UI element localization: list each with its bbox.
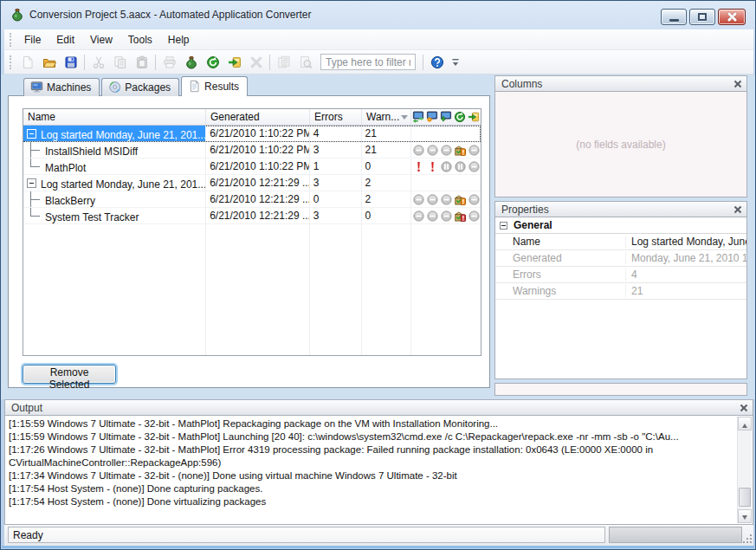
minus-circle-icon [467, 160, 481, 173]
resize-grip[interactable] [741, 533, 752, 543]
grid-row[interactable]: MathPlot6/21/2010 1:10:22 PM10 [23, 159, 481, 175]
scroll-thumb[interactable] [739, 488, 751, 507]
log-line: [1:17:26 Windows 7 Ultimate - 32-bit - M… [9, 443, 733, 469]
minus-circle-icon [439, 144, 453, 157]
column-header-name[interactable]: Name [23, 109, 206, 125]
menu-tools[interactable]: Tools [120, 30, 160, 49]
status-text: Ready [8, 527, 605, 543]
grid-row[interactable]: BlackBerry6/21/2010 12:21:29 ...02 [23, 191, 481, 208]
window-title: Conversion Project 5.aacx - Automated Ap… [29, 9, 312, 21]
errors-cell: 3 [309, 208, 361, 223]
property-value: 21 [625, 285, 746, 297]
output-panel: Output [1:15:59 Windows 7 Ultimate - 32-… [4, 399, 753, 525]
property-row-warnings[interactable]: Warnings21 [495, 283, 746, 300]
menu-view[interactable]: View [82, 30, 120, 49]
columns-close-icon[interactable] [732, 78, 743, 89]
collapse-icon[interactable] [500, 222, 507, 230]
header-label: Name [28, 111, 55, 123]
package-warn-icon [453, 144, 467, 157]
find-button [295, 53, 315, 72]
scroll-up-icon[interactable] [738, 417, 752, 430]
export-packages-button[interactable] [224, 53, 244, 72]
workspace: MachinesPackagesResults NameGeneratedErr… [1, 74, 756, 399]
property-label: Warnings [513, 285, 625, 297]
name-cell: MathPlot [23, 159, 205, 174]
scroll-down-icon[interactable] [738, 509, 752, 523]
row-name: BlackBerry [45, 193, 95, 207]
header-label: Errors [314, 111, 343, 123]
collapse-icon[interactable] [27, 178, 36, 188]
property-group-label: General [514, 219, 552, 231]
name-cell: Log started Monday, June 21, 201... [23, 126, 205, 141]
toolbar-separator [84, 55, 85, 70]
output-close-icon[interactable] [738, 402, 749, 413]
menu-help[interactable]: Help [160, 30, 197, 49]
grid-row[interactable]: Log started Monday, June 21, 201...6/21/… [23, 175, 481, 191]
toolbar-grip-icon[interactable] [10, 55, 11, 69]
column-header-export-icon[interactable] [467, 109, 481, 125]
window-controls [661, 9, 746, 25]
tab-packages[interactable]: Packages [101, 78, 179, 96]
column-header-monitor-install-icon[interactable] [425, 109, 439, 125]
warnings-cell: 21 [361, 126, 410, 141]
collapse-icon[interactable] [27, 129, 36, 139]
open-button[interactable] [39, 53, 59, 72]
filter-dropdown-icon[interactable] [401, 115, 408, 123]
package-warn-icon [453, 193, 467, 206]
property-group-general[interactable]: General [495, 217, 746, 234]
help-button[interactable] [427, 53, 447, 72]
titlebar[interactable]: Conversion Project 5.aacx - Automated Ap… [1, 1, 755, 29]
log-line: [1:17:54 Host System - (none)] Done capt… [9, 482, 733, 495]
restore-button[interactable] [689, 9, 715, 25]
property-row-errors[interactable]: Errors4 [495, 267, 746, 283]
progress-bar [609, 527, 742, 543]
header-label: Warn... [366, 111, 399, 123]
close-button[interactable] [718, 9, 746, 25]
property-label: Generated [513, 252, 625, 264]
column-header-errors[interactable]: Errors [310, 109, 362, 125]
menubar-grip-icon[interactable] [10, 33, 11, 47]
warnings-cell: 2 [361, 175, 410, 191]
grid-header: NameGeneratedErrorsWarn... [23, 109, 481, 126]
toolbar [4, 50, 753, 74]
run-conversion-button[interactable] [203, 53, 223, 72]
remove-selected-button[interactable]: Remove Selected [23, 365, 116, 384]
filter-input[interactable] [320, 54, 416, 70]
toolbar-overflow-icon[interactable] [449, 53, 462, 72]
name-cell: Log started Monday, June 21, 201... [23, 175, 205, 191]
tree-line [30, 166, 40, 167]
grid-row[interactable]: Log started Monday, June 21, 201...6/21/… [23, 126, 481, 142]
minus-circle-icon [425, 210, 439, 223]
minus-circle-icon [411, 210, 425, 223]
tree-line [30, 150, 40, 151]
output-scrollbar[interactable] [737, 417, 752, 523]
property-label: Errors [513, 269, 625, 281]
minimize-button[interactable] [661, 9, 687, 25]
property-row-generated[interactable]: GeneratedMonday, June 21, 2010 1:10 [495, 250, 746, 267]
property-value: Log started Monday, June [625, 236, 746, 248]
grid-row[interactable]: InstallShield MSIDiff6/21/2010 1:10:22 P… [23, 142, 481, 159]
grid-row[interactable]: System Test Tracker6/21/2010 12:21:29 ..… [23, 208, 481, 224]
status-icons-cell [410, 126, 481, 141]
generated-cell: 6/21/2010 12:21:29 ... [205, 175, 309, 191]
menu-file[interactable]: File [16, 30, 48, 49]
results-grid: NameGeneratedErrorsWarn... Log started M… [23, 108, 481, 356]
start-conversion-button[interactable] [181, 53, 201, 72]
properties-close-icon[interactable] [732, 204, 743, 215]
name-cell: InstallShield MSIDiff [23, 142, 205, 158]
column-header-refresh-icon[interactable] [453, 109, 467, 125]
restore-icon [698, 13, 707, 21]
output-log[interactable]: [1:15:59 Windows 7 Ultimate - 32-bit - M… [4, 416, 753, 525]
tab-machines[interactable]: Machines [23, 78, 100, 96]
save-button[interactable] [61, 53, 81, 72]
tab-label: Packages [125, 81, 171, 94]
column-header-warn[interactable]: Warn... [362, 109, 411, 125]
property-row-name[interactable]: NameLog started Monday, June [495, 234, 746, 250]
column-header-generated[interactable]: Generated [206, 109, 310, 125]
column-header-monitor-capture-icon[interactable] [439, 109, 453, 125]
error-bang-icon [425, 160, 439, 173]
minus-circle-icon [467, 210, 481, 223]
menu-edit[interactable]: Edit [48, 30, 82, 49]
column-header-monitor-sync-icon[interactable] [411, 109, 425, 125]
tab-results[interactable]: Results [181, 76, 248, 96]
